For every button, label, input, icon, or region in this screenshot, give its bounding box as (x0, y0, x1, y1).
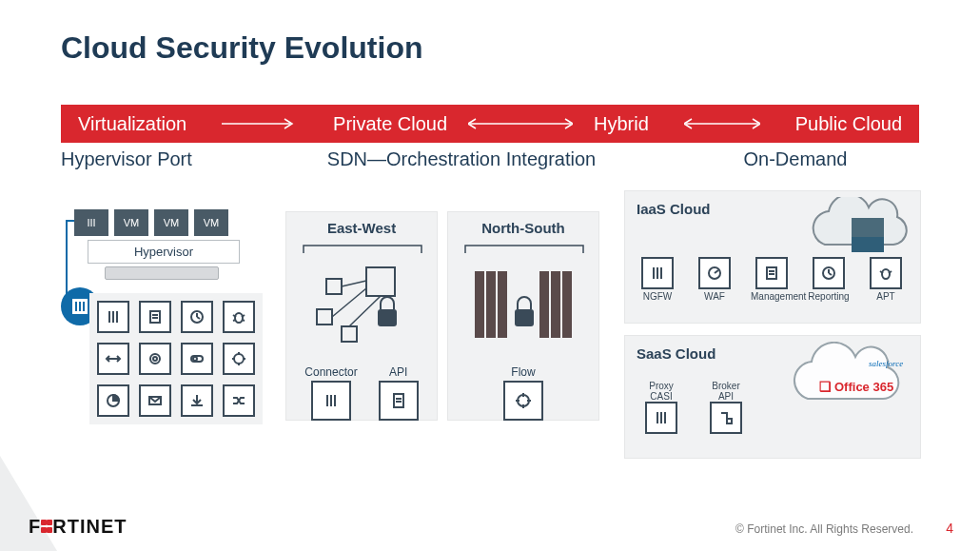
api-item: API (379, 365, 419, 421)
brand-logo: FRTINET (29, 516, 127, 538)
svg-rect-51 (498, 271, 507, 338)
saas-panel: SaaS Cloud salesforce ❏ Office 365 Proxy… (624, 335, 921, 459)
svg-rect-54 (562, 271, 572, 338)
vm-bars: III (74, 209, 108, 236)
svg-point-26 (234, 354, 244, 364)
svg-rect-52 (539, 271, 549, 338)
saas-broker-label: Broker API (701, 381, 751, 402)
clipboard-icon (379, 381, 419, 421)
svg-text:Office 365: Office 365 (834, 380, 893, 394)
svg-rect-83 (727, 419, 732, 423)
vm-box: VM (114, 209, 148, 236)
bracket-icon (448, 242, 600, 255)
svg-rect-62 (852, 237, 884, 252)
hypervisor-box: Hypervisor (88, 240, 240, 264)
vm-row: III VM VM VM (74, 209, 228, 236)
saas-cloud-icon: salesforce ❏ Office 365 (787, 342, 911, 427)
clipboard-icon (755, 257, 788, 289)
vm-box: VM (154, 209, 188, 236)
svg-point-16 (235, 313, 243, 323)
east-west-heading: East-West (286, 220, 437, 236)
subtitle-hypervisor-port: Hypervisor Port (61, 148, 251, 170)
saas-proxy-label: Proxy CASI (637, 381, 686, 402)
stage-hybrid: Hybrid (577, 113, 666, 135)
iaas-ngfw: NGFW (637, 257, 678, 302)
shuffle-icon (223, 384, 255, 417)
svg-line-19 (233, 320, 236, 321)
east-west-panel: East-West Connector API (285, 211, 438, 421)
arrows-h-icon (97, 343, 129, 375)
saas-broker: Broker API (701, 381, 751, 436)
bug-icon (223, 301, 255, 333)
svg-line-41 (349, 296, 381, 326)
iaas-mgmt-label: Management (751, 291, 793, 302)
subtitle-sdn: SDN—Orchestration Integration (251, 148, 672, 170)
stage-public-cloud: Public Cloud (778, 113, 919, 135)
bars-icon (311, 381, 351, 421)
svg-rect-37 (317, 309, 332, 325)
svg-rect-36 (326, 279, 342, 294)
bars-icon (641, 257, 674, 289)
gauge-icon (698, 257, 731, 289)
arrow-icon (204, 118, 316, 129)
toggle-icon (181, 343, 213, 375)
iaas-reporting-label: Reporting (808, 291, 850, 302)
svg-line-40 (332, 288, 366, 317)
stages-bar: Virtualization Private Cloud Hybrid Publ… (61, 105, 919, 143)
target-icon (503, 381, 543, 421)
pie-icon (97, 384, 129, 417)
colon-icon (47, 520, 52, 533)
flow-label: Flow (503, 365, 543, 379)
server-rack-icon (105, 266, 219, 280)
copyright-text: © Fortinet Inc. All Rights Reserved. (735, 522, 913, 536)
subtitle-on-demand: On-Demand (672, 148, 919, 170)
iaas-panel: IaaS Cloud NGFW WAF Management Reporting… (624, 190, 921, 324)
svg-line-20 (242, 320, 245, 321)
svg-rect-38 (342, 326, 357, 342)
north-south-graphic (448, 255, 598, 360)
svg-text:salesforce: salesforce (869, 359, 903, 368)
gear-icon (139, 343, 171, 375)
svg-point-23 (153, 357, 157, 361)
svg-text:❏: ❏ (819, 379, 832, 394)
svg-rect-61 (852, 218, 884, 237)
north-south-heading: North-South (448, 220, 598, 236)
flow-item: Flow (503, 365, 543, 421)
east-west-graphic (286, 255, 437, 360)
clock-icon (181, 301, 213, 333)
cog-icon (223, 343, 255, 375)
download-icon (181, 384, 213, 417)
clipboard-icon (139, 301, 171, 333)
svg-rect-53 (551, 271, 560, 338)
capability-grid (89, 293, 263, 424)
double-arrow-icon (666, 118, 778, 129)
svg-rect-55 (515, 309, 534, 326)
slide-title: Cloud Security Evolution (61, 30, 422, 66)
svg-point-25 (193, 357, 197, 361)
svg-rect-35 (366, 267, 395, 296)
iaas-ngfw-label: NGFW (637, 291, 678, 302)
connector-item: Connector (304, 365, 357, 421)
double-arrow-icon (464, 118, 577, 129)
iaas-apt-label: APT (865, 291, 907, 302)
cloud-stack-icon (806, 197, 911, 267)
iaas-waf-label: WAF (694, 291, 735, 302)
svg-rect-42 (378, 309, 397, 326)
api-label: API (379, 365, 419, 379)
bracket-icon (286, 242, 439, 255)
envelope-icon (139, 384, 171, 417)
bars-icon (645, 402, 677, 434)
north-south-panel: North-South Flow (447, 211, 599, 421)
svg-rect-49 (475, 271, 484, 338)
svg-point-22 (150, 354, 160, 364)
stage-subtitles: Hypervisor Port SDN—Orchestration Integr… (61, 148, 919, 170)
stage-private-cloud: Private Cloud (316, 113, 464, 135)
iaas-waf: WAF (694, 257, 735, 302)
svg-rect-50 (486, 271, 496, 338)
stage-virtualization: Virtualization (61, 113, 204, 135)
connector-label: Connector (304, 365, 357, 379)
flow-icon (710, 402, 742, 434)
bars-icon (97, 301, 129, 333)
svg-line-39 (342, 281, 366, 286)
saas-proxy: Proxy CASI (637, 381, 686, 436)
